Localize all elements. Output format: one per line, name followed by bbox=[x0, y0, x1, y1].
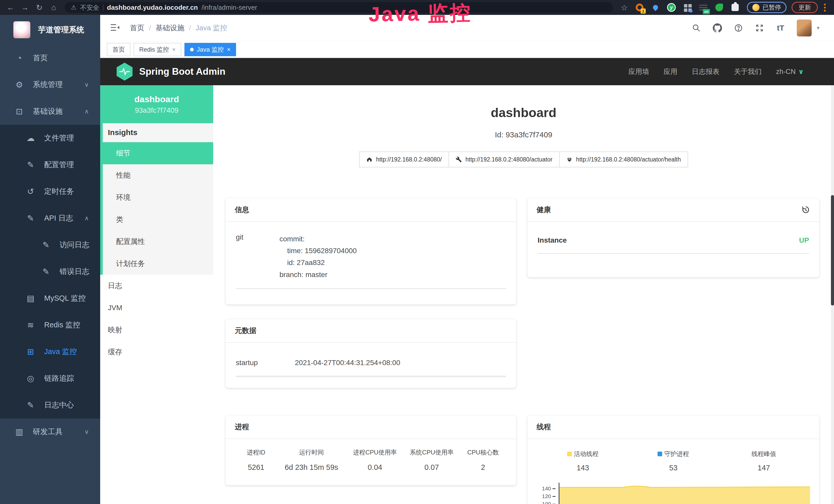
app-logo-row[interactable]: 芋道管理系统 bbox=[0, 15, 100, 45]
sba-locale-select[interactable]: zh-CN ∨ bbox=[776, 68, 804, 76]
y-tick-140: 140 bbox=[539, 485, 555, 492]
close-icon[interactable]: × bbox=[172, 46, 176, 53]
sidebar-item-file-manage[interactable]: ☁ 文件管理 bbox=[0, 125, 100, 152]
git-info-row: git commit: time: 1596289704000 id: 27aa… bbox=[236, 233, 506, 289]
sidebar-item-java-monitor[interactable]: ⊞ Java 监控 bbox=[0, 338, 100, 365]
extension-y-icon[interactable]: y bbox=[667, 3, 676, 12]
github-icon[interactable] bbox=[712, 23, 722, 33]
live-threads-stat: 活动线程 143 bbox=[537, 450, 628, 472]
col-cpu-cores: CPU核心数 bbox=[460, 448, 506, 457]
sidebar-item-label: 链路追踪 bbox=[44, 373, 74, 384]
daemon-threads-swatch bbox=[658, 452, 662, 456]
sidebar-item-label: API 日志 bbox=[44, 213, 73, 223]
back-icon[interactable]: ← bbox=[5, 3, 17, 12]
tab-java-monitor[interactable]: Java 监控 × bbox=[184, 43, 236, 56]
breadcrumb-current: Java 监控 bbox=[196, 23, 227, 33]
sidebar-item-tracing[interactable]: ◎ 链路追踪 bbox=[0, 365, 100, 392]
sba-nav-journal[interactable]: 日志报表 bbox=[692, 67, 720, 76]
screenshot-root: ← → ↻ ⌂ ⚠ 不安全 dashboard.yudao.iocoder.cn… bbox=[0, 0, 834, 504]
edit-doc-icon: ✎ bbox=[26, 213, 36, 223]
menu-item-jvm[interactable]: JVM bbox=[100, 297, 213, 319]
page-scrollbar-track[interactable] bbox=[831, 85, 834, 504]
gear-icon: ⚙ bbox=[14, 80, 24, 90]
breadcrumb-infra[interactable]: 基础设施 bbox=[156, 23, 184, 33]
extension-switch-icon[interactable]: on bbox=[699, 3, 708, 12]
extension-refresh-icon[interactable]: 1 bbox=[635, 3, 644, 12]
chrome-update-button[interactable]: 更新 bbox=[792, 2, 818, 13]
col-process-cpu: 进程CPU使用率 bbox=[347, 448, 403, 457]
tab-home[interactable]: 首页 bbox=[107, 43, 130, 56]
menu-item-details[interactable]: 细节 bbox=[103, 142, 213, 164]
threads-card-body: 活动线程 143 守护进程 53 线程峰值 147 bbox=[527, 439, 819, 472]
home-icon[interactable]: ⌂ bbox=[48, 3, 60, 12]
sidebar-item-access-log[interactable]: ✎ 访问日志 bbox=[0, 232, 100, 258]
menu-item-classes[interactable]: 类 bbox=[103, 208, 213, 231]
menu-item-environment[interactable]: 环境 bbox=[103, 186, 213, 208]
sba-content: dashboard Id: 93a3fc7f7409 http://192.16… bbox=[213, 85, 834, 504]
puzzle-shape bbox=[731, 4, 739, 11]
user-avatar[interactable] bbox=[797, 20, 812, 37]
url-host: dashboard.yudao.iocoder.cn bbox=[107, 4, 198, 12]
sidebar-item-mysql-monitor[interactable]: ▤ MySQL 监控 bbox=[0, 285, 100, 312]
browser-menu-icon[interactable] bbox=[824, 4, 826, 12]
fullscreen-icon[interactable] bbox=[755, 23, 764, 33]
history-refresh-icon[interactable] bbox=[802, 205, 810, 214]
menu-item-scheduled-tasks[interactable]: 计划任务 bbox=[103, 253, 213, 275]
sidebar-item-log-center[interactable]: ✎ 日志中心 bbox=[0, 392, 100, 418]
sba-brand-title[interactable]: Spring Boot Admin bbox=[139, 66, 225, 77]
search-icon[interactable] bbox=[692, 23, 701, 33]
sidebar-item-dev-tools[interactable]: ▥ 研发工具 ∨ bbox=[0, 418, 100, 445]
url-path: /infra/admin-server bbox=[201, 4, 257, 12]
forward-icon[interactable]: → bbox=[19, 3, 31, 12]
sidebar-item-scheduled-jobs[interactable]: ↺ 定时任务 bbox=[0, 178, 100, 205]
breadcrumb-home[interactable]: 首页 bbox=[130, 23, 144, 33]
sba-instance-sidebar: dashboard 93a3fc7f7409 Insights 细节 性能 环境… bbox=[100, 85, 213, 504]
breadcrumb-separator: / bbox=[189, 24, 191, 32]
extension-grid-icon[interactable] bbox=[683, 3, 692, 12]
extensions-puzzle-icon[interactable] bbox=[730, 3, 740, 12]
help-icon[interactable] bbox=[733, 23, 743, 33]
header-actions: tT ▾ bbox=[692, 20, 834, 37]
val-pid: 5261 bbox=[236, 463, 277, 472]
sba-nav-about[interactable]: 关于我们 bbox=[734, 67, 762, 76]
col-pid: 进程ID bbox=[236, 448, 277, 457]
health-instance-row[interactable]: Instance UP bbox=[537, 236, 809, 254]
sidebar-item-home[interactable]: ◔ 首页 bbox=[0, 45, 100, 71]
service-url-button[interactable]: http://192.168.0.2:48080/ bbox=[359, 152, 449, 167]
sidebar-collapse-icon[interactable] bbox=[110, 23, 120, 33]
menu-item-config-props[interactable]: 配置属性 bbox=[103, 231, 213, 253]
instance-header[interactable]: dashboard 93a3fc7f7409 bbox=[100, 85, 213, 123]
tab-redis-monitor[interactable]: Redis 监控 × bbox=[134, 43, 181, 56]
edit-doc-icon: ✎ bbox=[26, 400, 36, 410]
page-scrollbar-thumb[interactable] bbox=[831, 195, 834, 305]
sidebar-item-infra[interactable]: ⊡ 基础设施 ∧ bbox=[0, 98, 100, 125]
sidebar-item-error-log[interactable]: ✎ 错误日志 bbox=[0, 258, 100, 285]
sidebar-item-config-manage[interactable]: ✎ 配置管理 bbox=[0, 152, 100, 178]
bookmark-star-icon[interactable]: ☆ bbox=[621, 3, 628, 12]
wrench-icon bbox=[456, 156, 462, 162]
sba-nav-wallboard[interactable]: 应用墙 bbox=[628, 67, 649, 76]
on-badge: on bbox=[703, 9, 710, 14]
sidebar-item-api-log[interactable]: ✎ API 日志 ∧ bbox=[0, 205, 100, 232]
profile-paused-pill[interactable]: 已暂停 bbox=[747, 2, 787, 13]
health-url-button[interactable]: http://192.168.0.2:48080/actuator/health bbox=[559, 152, 688, 167]
actuator-url-button[interactable]: http://192.168.0.2:48080/actuator bbox=[448, 152, 560, 167]
reload-icon[interactable]: ↻ bbox=[34, 3, 45, 12]
extension-leaf-icon[interactable] bbox=[715, 3, 724, 12]
user-menu-caret-icon[interactable]: ▾ bbox=[817, 25, 820, 31]
sidebar-item-redis-monitor[interactable]: ≋ Redis 监控 bbox=[0, 312, 100, 338]
sba-nav-applications[interactable]: 应用 bbox=[663, 67, 677, 76]
menu-item-metrics[interactable]: 性能 bbox=[103, 164, 213, 186]
extension-pin-icon[interactable] bbox=[651, 3, 660, 12]
live-threads-swatch bbox=[567, 452, 572, 456]
menu-item-logs[interactable]: 日志 bbox=[100, 275, 213, 297]
sidebar-item-system[interactable]: ⚙ 系统管理 ∨ bbox=[0, 71, 100, 98]
menu-item-caches[interactable]: 缓存 bbox=[100, 341, 213, 363]
menu-item-mappings[interactable]: 映射 bbox=[100, 319, 213, 341]
tab-label: 首页 bbox=[112, 45, 125, 54]
address-bar[interactable]: ⚠ 不安全 dashboard.yudao.iocoder.cn /infra/… bbox=[65, 2, 613, 13]
close-icon[interactable]: × bbox=[227, 46, 231, 53]
font-size-icon[interactable]: tT bbox=[776, 23, 786, 33]
metadata-card-body: startup 2021-04-27T00:44:31.254+08:00 bbox=[225, 343, 516, 377]
spring-boot-admin-logo[interactable] bbox=[117, 63, 133, 81]
